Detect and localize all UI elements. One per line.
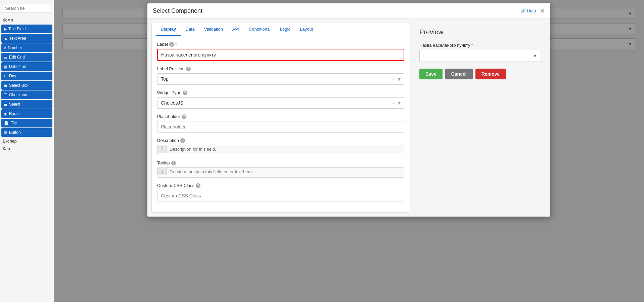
tooltip-help-icon[interactable]: ?	[171, 161, 176, 165]
tooltip-editor-line: 1 To add a tooltip to this field, enter …	[157, 168, 404, 177]
date-time-icon: ▦	[4, 65, 7, 69]
description-help-icon[interactable]: ?	[180, 138, 185, 143]
select-icon: ☰	[4, 102, 7, 107]
sidebar-group-label-kla: Кла	[0, 145, 54, 152]
cancel-button[interactable]: Cancel	[445, 69, 473, 79]
tab-api[interactable]: API	[228, 23, 244, 36]
help-icon: 🔗	[520, 8, 526, 13]
custom-css-text: Custom CSS Class	[157, 183, 194, 188]
sidebar-item-day[interactable]: ☐ Day	[1, 72, 52, 80]
label-form-group: Label ? *	[157, 42, 404, 61]
widget-type-label: Widget Type ?	[157, 90, 404, 95]
tab-layout[interactable]: Layout	[295, 23, 318, 36]
widget-type-text: Widget Type	[157, 90, 181, 95]
preview-panel: Preview Назва населеного пункту * ▼	[414, 23, 546, 213]
sidebar-item-label: Select	[9, 102, 20, 107]
tab-logic[interactable]: Logic	[275, 23, 295, 36]
label-input[interactable]	[157, 49, 404, 61]
custom-css-input[interactable]	[157, 190, 404, 201]
sidebar-item-label: Text Field	[8, 27, 26, 31]
sidebar-item-label: Radio	[9, 111, 19, 116]
preview-select-arrow-icon: ▼	[533, 53, 537, 59]
tab-conditional[interactable]: Conditional	[244, 23, 275, 36]
widget-type-select[interactable]: ChoicesJS HTML5	[157, 97, 404, 109]
sidebar-item-button[interactable]: ☰ Button	[1, 128, 52, 137]
close-button[interactable]: ✕	[540, 8, 545, 14]
label-position-label: Label Position ?	[157, 66, 404, 71]
main-content: ▼ ▼ ▼ Select Component 🔗 He	[54, 0, 644, 302]
tooltip-text: Tooltip	[157, 160, 170, 165]
text-area-icon: ▲	[4, 36, 8, 40]
sidebar-item-label: Edit Grid	[9, 55, 25, 60]
radio-icon: ◉	[4, 112, 7, 116]
sidebar-item-edit-grid[interactable]: ☰ Edit Grid	[1, 53, 52, 62]
tab-display[interactable]: Display	[156, 23, 181, 36]
description-text: Description	[157, 138, 179, 143]
sidebar-group-label-comp: Комп	[0, 16, 54, 24]
sidebar-item-label: Text Area	[9, 36, 26, 41]
sidebar-item-select[interactable]: ☰ Select	[1, 100, 52, 109]
sidebar-item-text-field[interactable]: ▶ Text Field	[1, 25, 52, 33]
placeholder-form-group: Placeholder ?	[157, 114, 404, 133]
sidebar-search-container	[0, 3, 54, 14]
label-required-star: *	[175, 42, 177, 47]
file-icon: 📄	[4, 121, 9, 125]
remove-button[interactable]: Remove	[475, 69, 506, 79]
search-input[interactable]	[3, 4, 51, 12]
description-line-number: 1	[157, 145, 167, 153]
custom-css-label: Custom CSS Class ?	[157, 183, 404, 188]
sidebar-item-file[interactable]: 📄 File	[1, 119, 52, 127]
preview-required-star: *	[471, 43, 473, 48]
help-link[interactable]: 🔗 Help	[520, 8, 536, 13]
save-button[interactable]: Save	[419, 69, 443, 79]
widget-type-help-icon[interactable]: ?	[183, 90, 187, 95]
form-panel: Display Data Validation API Conditional …	[151, 23, 410, 213]
preview-title: Preview	[419, 28, 541, 36]
sidebar-item-checkbox[interactable]: ☰ Checkbox	[1, 90, 52, 99]
preview-field-label: Назва населеного пункту *	[419, 43, 541, 48]
label-help-icon[interactable]: ?	[169, 42, 174, 47]
checkbox-icon: ☰	[4, 93, 7, 97]
sidebar-item-label: Number	[8, 45, 22, 50]
sidebar-item-date-time[interactable]: ▦ Date / Tim	[1, 62, 52, 71]
tab-data[interactable]: Data	[181, 23, 199, 36]
label-position-clear-icon[interactable]: ×	[392, 76, 395, 82]
sidebar-item-label: Select Box	[9, 83, 28, 88]
sidebar-item-select-box[interactable]: ☰ Select Box	[1, 81, 52, 90]
description-editor-content[interactable]: Description for this field.	[167, 145, 404, 153]
label-text: Label	[157, 42, 168, 47]
modal-body: Display Data Validation API Conditional …	[147, 19, 550, 217]
tooltip-line-number: 1	[157, 168, 167, 175]
sidebar-item-label: File	[10, 121, 17, 125]
widget-type-clear-icon[interactable]: ×	[392, 100, 395, 106]
sidebar-item-radio[interactable]: ◉ Radio	[1, 109, 52, 118]
label-position-text: Label Position	[157, 66, 185, 71]
placeholder-input[interactable]	[157, 121, 404, 133]
label-position-select-wrapper: Top Left Right Bottom × ▼	[157, 73, 404, 85]
placeholder-label: Placeholder ?	[157, 114, 404, 119]
tooltip-label: Tooltip ?	[157, 160, 404, 165]
tabs-container: Display Data Validation API Conditional …	[152, 23, 410, 36]
label-position-select[interactable]: Top Left Right Bottom	[157, 73, 404, 85]
sidebar-item-label: Date / Tim	[9, 64, 28, 69]
sidebar-item-text-area[interactable]: ▲ Text Area	[1, 34, 52, 43]
tab-validation[interactable]: Validation	[199, 23, 228, 36]
edit-grid-icon: ☰	[4, 55, 7, 60]
widget-type-form-group: Widget Type ? ChoicesJS HTML5 × ▼	[157, 90, 404, 109]
sidebar-item-number[interactable]: # Number	[1, 43, 52, 52]
custom-css-form-group: Custom CSS Class ?	[157, 183, 404, 201]
day-icon: ☐	[4, 74, 7, 78]
tooltip-form-group: Tooltip ? 1 To add a tooltip to this fie…	[157, 160, 404, 178]
preview-select[interactable]	[423, 53, 537, 59]
form-content: Label ? * Label Position ?	[152, 36, 410, 212]
placeholder-help-icon[interactable]: ?	[182, 114, 186, 119]
tooltip-editor-content[interactable]: To add a tooltip to this field, enter te…	[167, 168, 404, 176]
description-editor-line: 1 Description for this field.	[157, 145, 404, 155]
preview-field-group: Назва населеного пункту * ▼	[419, 43, 541, 62]
custom-css-help-icon[interactable]: ?	[196, 183, 200, 188]
sidebar-group-label-exper: Експер	[0, 138, 54, 145]
button-icon: ☰	[4, 130, 7, 135]
select-box-icon: ☰	[4, 83, 7, 88]
label-position-help-icon[interactable]: ?	[186, 67, 191, 71]
label-field-label: Label ? *	[157, 42, 404, 47]
